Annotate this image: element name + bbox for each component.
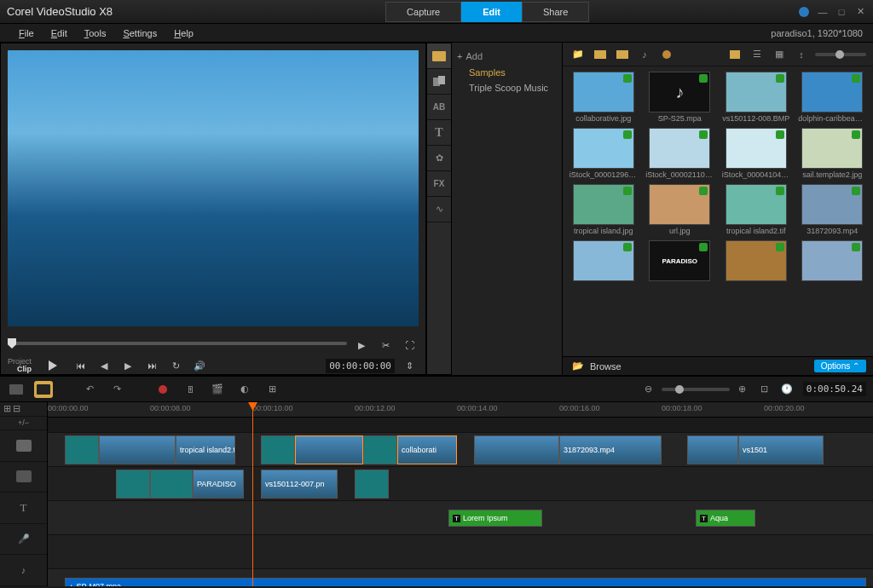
timeline-clip[interactable] <box>474 435 559 464</box>
timeline-tracks[interactable]: 00:00:00.0000:00:08.0000:00:10.0000:00:1… <box>48 402 873 586</box>
overlay-track[interactable]: PARADISOvs150112-007.pn <box>48 467 873 501</box>
timeline-clip[interactable] <box>150 470 193 499</box>
music-track-head[interactable]: ♪ <box>0 555 47 586</box>
tree-item-samples[interactable]: Samples <box>457 65 557 80</box>
voice-track-head[interactable]: 🎤 <box>0 524 47 556</box>
tab-edit[interactable]: Edit <box>461 2 522 22</box>
library-thumb[interactable]: collaborative.jpg <box>568 72 639 123</box>
minimize-button[interactable]: — <box>817 6 829 18</box>
library-thumb[interactable]: iStock_000021104321.. <box>645 128 716 179</box>
menu-file[interactable]: File <box>10 26 43 40</box>
filter-template-icon[interactable] <box>658 47 675 62</box>
fx-tab[interactable]: FX <box>427 171 451 197</box>
tree-item-triple-scoop[interactable]: Triple Scoop Music <box>457 80 557 95</box>
help-icon[interactable] <box>798 6 810 18</box>
menu-tools[interactable]: Tools <box>76 26 115 40</box>
library-thumb[interactable]: iStock_000012963183.. <box>568 128 639 179</box>
scrub-bar[interactable] <box>8 342 347 345</box>
library-thumb[interactable]: sail.template2.jpg <box>797 128 869 179</box>
browse-icon[interactable]: 📂 <box>569 359 587 374</box>
transition-tab[interactable] <box>427 69 451 95</box>
library-thumb[interactable]: tropical island.jpg <box>568 184 639 235</box>
timeline-clip[interactable] <box>65 435 99 464</box>
view-grid-icon[interactable]: ▦ <box>771 47 788 62</box>
graphic-tab[interactable]: ✿ <box>427 146 451 171</box>
title-track[interactable]: TLorem IpsumTAqua <box>48 501 873 535</box>
library-thumb[interactable] <box>720 240 792 283</box>
music-track[interactable]: ♪SP-M07.mpa <box>48 569 873 586</box>
add-folder-button[interactable]: +Add <box>457 48 557 65</box>
path-tab[interactable]: ∿ <box>427 197 451 222</box>
storyboard-view-button[interactable] <box>7 381 26 398</box>
filter-video-icon[interactable] <box>592 47 609 62</box>
view-list-icon[interactable]: ☰ <box>749 47 766 62</box>
timeline-clip[interactable]: tropical island2.tif <box>176 435 235 464</box>
media-tab[interactable] <box>427 43 451 69</box>
import-icon[interactable]: 📁 <box>569 47 587 62</box>
audio-clip[interactable]: ♪SP-M07.mpa <box>65 578 866 586</box>
record-button[interactable] <box>153 381 172 398</box>
tab-capture[interactable]: Capture <box>385 2 461 22</box>
library-thumb[interactable]: PARADISO <box>645 240 716 283</box>
auto-music-button[interactable]: 🎬 <box>208 381 227 398</box>
timeline-clip[interactable]: vs1501 <box>738 435 824 464</box>
filter-audio-icon[interactable]: ♪ <box>636 47 653 62</box>
overlay-track-head[interactable] <box>0 462 47 493</box>
voice-track[interactable] <box>48 535 873 569</box>
subtitle-tab[interactable]: AB <box>427 95 451 120</box>
timecode-spinner[interactable]: ⇕ <box>400 357 419 374</box>
ripple-toggle[interactable]: +/− <box>0 417 47 431</box>
project-duration-icon[interactable]: 🕐 <box>778 381 796 398</box>
track-manager-button[interactable]: ⊞⊟ <box>0 402 47 417</box>
menu-edit[interactable]: Edit <box>43 26 76 40</box>
title-clip[interactable]: TLorem Ipsum <box>448 510 542 527</box>
mode-clip-label[interactable]: Clip <box>17 366 32 373</box>
filter-photo-icon[interactable] <box>614 47 631 62</box>
menu-help[interactable]: Help <box>165 26 202 40</box>
timeline-clip[interactable] <box>687 435 738 464</box>
timeline-clip[interactable] <box>99 435 176 464</box>
preview-timecode[interactable]: 00:00:00:00 <box>326 359 395 373</box>
multi-trim-button[interactable]: ◐ <box>235 381 254 398</box>
video-track-head[interactable] <box>0 430 47 462</box>
browse-label[interactable]: Browse <box>590 361 622 372</box>
library-thumb[interactable]: url.jpg <box>645 184 716 235</box>
tab-share[interactable]: Share <box>522 2 589 22</box>
thumb-size-slider[interactable] <box>815 53 866 56</box>
library-thumb[interactable] <box>568 240 639 283</box>
view-thumb-icon[interactable] <box>726 47 743 62</box>
timeline-clip[interactable]: PARADISO <box>193 470 244 499</box>
timeline-clip[interactable] <box>295 435 363 464</box>
zoom-in-button[interactable]: ⊕ <box>733 381 752 398</box>
preview-viewport[interactable] <box>8 50 419 326</box>
undo-button[interactable]: ↶ <box>80 381 99 398</box>
sort-icon[interactable]: ↕ <box>793 47 810 62</box>
redo-button[interactable]: ↷ <box>107 381 126 398</box>
scrub-handle[interactable] <box>8 338 16 349</box>
zoom-out-button[interactable]: ⊖ <box>639 381 658 398</box>
zoom-slider[interactable] <box>662 388 730 391</box>
repeat-button[interactable]: ↻ <box>166 357 185 374</box>
prev-frame-button[interactable]: ◀ <box>95 357 113 374</box>
go-start-button[interactable]: ⏮ <box>71 357 90 374</box>
close-button[interactable]: ✕ <box>854 6 866 18</box>
go-end-button[interactable]: ⏭ <box>142 357 161 374</box>
title-clip[interactable]: TAqua <box>696 510 755 527</box>
library-thumb[interactable]: iStock_000041040144.. <box>720 128 792 179</box>
fit-project-button[interactable]: ⊡ <box>755 381 774 398</box>
mark-in-button[interactable]: ▶ <box>352 337 371 354</box>
library-thumb[interactable] <box>797 240 869 283</box>
maximize-button[interactable]: □ <box>835 6 847 18</box>
library-thumb[interactable]: ♪SP-S25.mpa <box>645 72 716 123</box>
title-tab[interactable]: T <box>427 120 451 146</box>
next-frame-button[interactable]: ▶ <box>119 357 137 374</box>
library-thumb[interactable]: 31872093.mp4 <box>797 184 869 235</box>
timeline-clip[interactable] <box>261 435 295 464</box>
timeline-clip[interactable]: 31872093.mp4 <box>559 435 662 464</box>
options-button[interactable]: Options ⌃ <box>814 360 866 372</box>
timeline-clip[interactable] <box>355 470 389 499</box>
library-thumb[interactable]: tropical island2.tif <box>720 184 792 235</box>
timeline-view-button[interactable] <box>34 381 53 398</box>
cut-icon[interactable]: ✂ <box>376 337 395 354</box>
library-thumb[interactable]: dolphin-caribbean-cruis.. <box>797 72 869 123</box>
